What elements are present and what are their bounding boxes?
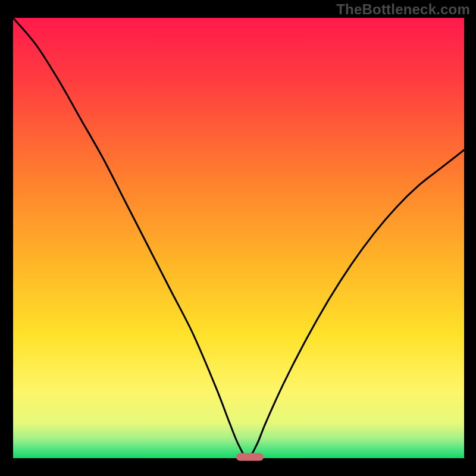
bottleneck-chart — [0, 0, 476, 476]
watermark-text: TheBottleneck.com — [336, 1, 470, 18]
chart-frame: TheBottleneck.com — [0, 0, 476, 476]
optimal-marker — [236, 453, 263, 461]
plot-background — [13, 18, 464, 458]
